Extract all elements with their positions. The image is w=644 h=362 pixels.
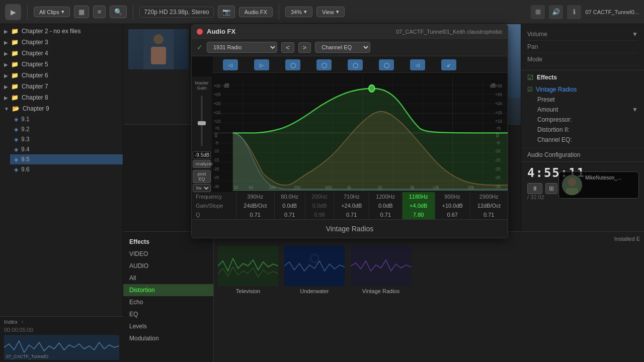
svg-text:+5: +5 <box>496 126 501 131</box>
sidebar-sub-9-6[interactable]: ◈ 9.6 <box>10 164 123 174</box>
eb-installed-label: Installed E <box>614 236 640 242</box>
effect-name-preset: Preset <box>537 96 555 103</box>
q-7: 0.67 <box>435 210 470 219</box>
eb-thumb-vintage-radios <box>351 246 411 286</box>
sidebar-item-chapter4[interactable]: ▶ 📁 Chapter 4 <box>0 48 123 59</box>
channel-eq-select[interactable]: Channel EQ <box>315 42 370 53</box>
eb-cat-audio[interactable]: AUDIO <box>123 260 213 272</box>
panel-controls: ✓ 1931 Radio < > Channel EQ <box>192 39 508 56</box>
q-4: 0.71 <box>334 210 369 219</box>
eb-thumb-television <box>218 246 278 286</box>
eb-item-vintage-radios[interactable]: Vintage Radios <box>351 246 411 294</box>
svg-text:+25: +25 <box>214 92 221 98</box>
mode-prop-label: Mode <box>527 56 542 63</box>
chapter4-folder: 📁 <box>11 50 19 57</box>
audiofx-button[interactable]: Audio FX <box>239 7 273 17</box>
freq-1: 390Hz <box>236 192 274 201</box>
gain-7: +10.0dB <box>435 201 470 210</box>
window-icon[interactable]: ⊞ <box>531 5 545 19</box>
effects-section: ☑ Effects ☑ Vintage Radios Preset Amount… <box>521 70 644 148</box>
eq-band-btn-2[interactable]: ▷ <box>254 59 269 70</box>
fullscreen-button[interactable]: ⊞ <box>545 183 557 194</box>
svg-text:0: 0 <box>215 132 217 138</box>
eb-cat-video[interactable]: VIDEO <box>123 248 213 260</box>
chapter9-label: Chapter 9 <box>23 105 49 112</box>
gain-4: +24.0dB <box>334 201 369 210</box>
sidebar-item-chapter8[interactable]: ▶ 📁 Chapter 8 <box>0 92 123 103</box>
eq-table-container: Frequency 390Hz 80.0Hz 200Hz 710Hz 1200H… <box>192 192 508 219</box>
sidebar-sub-9-4[interactable]: ◈ 9.4 <box>10 144 123 154</box>
enabled-check[interactable]: ✓ <box>197 43 203 51</box>
gain-2: 0.0dB <box>274 201 305 210</box>
camera-button[interactable]: 📷 <box>218 6 235 18</box>
chapter5-arrow: ▶ <box>4 62 8 67</box>
eb-item-television[interactable]: Television <box>218 246 278 294</box>
gain-slider-handle[interactable] <box>198 121 206 125</box>
zoom-button[interactable]: 34% ▾ <box>285 7 312 17</box>
post-eq-button[interactable]: post EQ <box>193 170 211 183</box>
sidebar-item-chapter6[interactable]: ▶ 📁 Chapter 6 <box>0 70 123 81</box>
effect-amount[interactable]: Amount ▼ <box>527 105 638 115</box>
sidebar-sub-9-5[interactable]: ◈ 9.5 <box>10 154 123 164</box>
prev-preset-button[interactable]: < <box>281 42 294 53</box>
svg-point-2 <box>153 34 164 44</box>
eq-band-btn-3[interactable]: ◯ <box>285 59 300 70</box>
chapter3-arrow: ▶ <box>4 40 8 45</box>
eb-cat-all[interactable]: All <box>123 272 213 284</box>
chapter3-label: Chapter 3 <box>22 39 48 46</box>
low-select[interactable]: low <box>193 184 211 192</box>
info-icon[interactable]: ℹ <box>567 5 581 19</box>
sidebar-item-chapter9[interactable]: ▼ 📂 Chapter 9 <box>0 103 123 114</box>
svg-text:dB: dB <box>490 82 496 88</box>
eq-band-btn-1[interactable]: ◁ <box>223 59 238 70</box>
eq-band-btn-7[interactable]: ◁ <box>410 59 425 70</box>
effect-compressor[interactable]: Compressor: <box>527 115 638 125</box>
9-1-label: 9.1 <box>21 116 30 123</box>
gain-slider-track[interactable] <box>201 96 203 146</box>
effect-vintage-radios[interactable]: ☑ Vintage Radios <box>527 84 638 95</box>
svg-text:+20: +20 <box>214 101 221 106</box>
list-view-button[interactable]: ≡ <box>93 6 106 18</box>
zoom-arrow: ▾ <box>304 9 307 15</box>
next-preset-button[interactable]: > <box>298 42 311 53</box>
eq-band-btn-6[interactable]: ◯ <box>379 59 394 70</box>
svg-text:-25: -25 <box>213 175 219 180</box>
sidebar-item-chapter7[interactable]: ▶ 📁 Chapter 7 <box>0 81 123 92</box>
grid-view-button[interactable]: ▦ <box>74 6 89 18</box>
effect-channeleq[interactable]: Channel EQ: <box>527 135 638 145</box>
eb-item-underwater[interactable]: Underwater <box>284 246 345 294</box>
9-2-icon: ◈ <box>14 126 18 133</box>
chapter9-arrow: ▼ <box>4 106 9 112</box>
analyzer-button[interactable]: Analyzer <box>193 160 211 168</box>
eb-cat-eq[interactable]: EQ <box>123 308 213 320</box>
eb-audio-label: AUDIO <box>129 262 148 269</box>
svg-point-68 <box>568 178 576 186</box>
sidebar-item-chapter2[interactable]: ▶ 📁 Chapter 2 - no ex files <box>0 26 123 37</box>
effect-distortion2[interactable]: Distortion II: <box>527 125 638 135</box>
pause-button[interactable]: ⏸ <box>527 183 542 194</box>
rp-volume: Volume ▼ <box>527 28 638 41</box>
eb-cat-modulation[interactable]: Modulation <box>123 332 213 344</box>
view-button[interactable]: View ▾ <box>316 7 345 17</box>
all-clips-button[interactable]: All Clips ▾ <box>34 7 70 17</box>
sidebar-item-chapter5[interactable]: ▶ 📁 Chapter 5 <box>0 59 123 70</box>
eq-band-btn-5[interactable]: ◯ <box>348 59 363 70</box>
search-button[interactable]: 🔍 <box>110 6 127 18</box>
sidebar-sub-9-3[interactable]: ◈ 9.3 <box>10 134 123 144</box>
audio-config-section: Audio Configuration <box>521 148 644 161</box>
preset-select[interactable]: 1931 Radio <box>207 42 277 53</box>
eb-cat-levels[interactable]: Levels <box>123 320 213 332</box>
effects-title: Effects <box>537 74 557 81</box>
eq-band-btn-4[interactable]: ◯ <box>316 59 332 70</box>
sidebar-item-chapter3[interactable]: ▶ 📁 Chapter 3 <box>0 37 123 48</box>
sidebar-sub-9-1[interactable]: ◈ 9.1 <box>10 114 123 124</box>
eb-cat-distortion[interactable]: Distortion <box>123 284 213 296</box>
sidebar-sub-9-2[interactable]: ◈ 9.2 <box>10 124 123 134</box>
volume-icon[interactable]: 🔊 <box>549 5 563 19</box>
eq-band-btn-8[interactable]: ↙ <box>441 59 456 70</box>
effect-preset[interactable]: Preset <box>527 95 638 105</box>
svg-text:+10: +10 <box>214 119 221 124</box>
9-4-label: 9.4 <box>21 146 30 153</box>
eb-cat-echo[interactable]: Echo <box>123 296 213 308</box>
plus-icon: + <box>21 319 24 325</box>
